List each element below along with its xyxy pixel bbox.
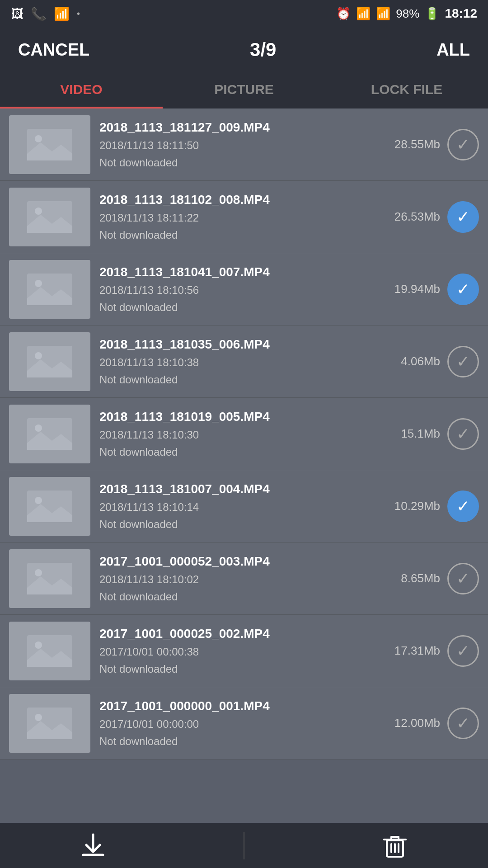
file-download-status: Not downloaded [99, 373, 377, 386]
file-download-status: Not downloaded [99, 590, 377, 603]
selection-count: 3/9 [250, 39, 276, 61]
tab-video[interactable]: VIDEO [0, 72, 163, 108]
file-size: 12.00Mb [386, 716, 440, 730]
file-name: 2018_1113_181102_008.MP4 [99, 193, 377, 207]
file-date: 2018/11/13 18:10:14 [99, 501, 377, 514]
file-size: 15.1Mb [386, 427, 440, 441]
file-name: 2018_1113_181127_009.MP4 [99, 120, 377, 135]
status-bar-left-icons: 🖼 📞 📶 • [11, 6, 80, 21]
file-date: 2017/10/01 00:00:38 [99, 646, 377, 658]
select-all-button[interactable]: ALL [436, 40, 470, 60]
file-download-status: Not downloaded [99, 446, 377, 458]
file-info: 2018_1113_181102_008.MP4 2018/11/13 18:1… [90, 193, 386, 241]
download-icon [80, 832, 107, 859]
file-select-checkbox[interactable]: ✓ [447, 129, 479, 160]
svg-point-5 [35, 280, 42, 287]
tab-lockfile[interactable]: LOCK FILE [325, 72, 488, 108]
list-item[interactable]: 2018_1113_181007_004.MP4 2018/11/13 18:1… [0, 470, 488, 542]
thumbnail-image-icon [27, 129, 72, 160]
file-info: 2018_1113_181019_005.MP4 2018/11/13 18:1… [90, 410, 386, 458]
file-select-checkbox[interactable]: ✓ [447, 635, 479, 667]
file-info: 2018_1113_181007_004.MP4 2018/11/13 18:1… [90, 482, 386, 531]
file-list: 2018_1113_181127_009.MP4 2018/11/13 18:1… [0, 108, 488, 823]
checkmark-icon: ✓ [456, 498, 470, 514]
checkmark-icon: ✓ [456, 354, 470, 370]
file-date: 2018/11/13 18:10:02 [99, 573, 377, 586]
file-info: 2018_1113_181035_006.MP4 2018/11/13 18:1… [90, 337, 386, 386]
file-date: 2018/11/13 18:11:50 [99, 139, 377, 152]
file-info: 2017_1001_000000_001.MP4 2017/10/01 00:0… [90, 699, 386, 748]
tab-picture[interactable]: PICTURE [163, 72, 325, 108]
list-item[interactable]: 2017_1001_000052_003.MP4 2018/11/13 18:1… [0, 542, 488, 615]
checkmark-icon: ✓ [456, 643, 470, 659]
file-thumbnail [9, 188, 90, 246]
list-item[interactable]: 2018_1113_181035_006.MP4 2018/11/13 18:1… [0, 326, 488, 398]
file-thumbnail [9, 622, 90, 680]
list-item[interactable]: 2018_1113_181102_008.MP4 2018/11/13 18:1… [0, 181, 488, 253]
file-name: 2018_1113_181041_007.MP4 [99, 265, 377, 279]
svg-point-17 [35, 714, 42, 721]
file-thumbnail [9, 477, 90, 536]
file-name: 2018_1113_181019_005.MP4 [99, 410, 377, 424]
file-select-checkbox[interactable]: ✓ [447, 201, 479, 233]
thumbnail-image-icon [27, 635, 72, 667]
file-date: 2018/11/13 18:10:56 [99, 284, 377, 297]
file-select-checkbox[interactable]: ✓ [447, 274, 479, 305]
list-item[interactable]: 2018_1113_181127_009.MP4 2018/11/13 18:1… [0, 108, 488, 181]
file-size: 10.29Mb [386, 499, 440, 513]
file-date: 2018/11/13 18:10:38 [99, 356, 377, 369]
file-download-status: Not downloaded [99, 735, 377, 748]
phone-icon: 📞 [31, 6, 47, 21]
file-select-checkbox[interactable]: ✓ [447, 708, 479, 739]
file-select-checkbox[interactable]: ✓ [447, 491, 479, 522]
file-download-status: Not downloaded [99, 663, 377, 675]
file-download-status: Not downloaded [99, 518, 377, 531]
status-bar: 🖼 📞 📶 • ⏰ 📶 📶 98% 🔋 18:12 [0, 0, 488, 27]
list-item[interactable]: 2018_1113_181019_005.MP4 2018/11/13 18:1… [0, 398, 488, 470]
svg-point-7 [35, 352, 42, 359]
file-info: 2017_1001_000052_003.MP4 2018/11/13 18:1… [90, 554, 386, 603]
svg-point-9 [35, 425, 42, 432]
wifi-icon: 📶 [54, 6, 70, 21]
file-size: 28.55Mb [386, 137, 440, 151]
list-item[interactable]: 2018_1113_181041_007.MP4 2018/11/13 18:1… [0, 253, 488, 326]
delete-icon [381, 832, 408, 859]
cancel-button[interactable]: CANCEL [18, 40, 89, 60]
checkmark-icon: ✓ [456, 426, 470, 442]
file-select-checkbox[interactable]: ✓ [447, 418, 479, 450]
thumbnail-image-icon [27, 274, 72, 305]
file-info: 2018_1113_181041_007.MP4 2018/11/13 18:1… [90, 265, 386, 314]
file-thumbnail [9, 332, 90, 391]
svg-point-3 [35, 208, 42, 215]
file-size: 26.53Mb [386, 210, 440, 224]
bottom-bar [0, 823, 488, 868]
file-select-checkbox[interactable]: ✓ [447, 346, 479, 377]
download-button[interactable] [57, 828, 129, 864]
file-date: 2018/11/13 18:10:30 [99, 429, 377, 441]
delete-button[interactable] [359, 828, 431, 864]
file-thumbnail [9, 115, 90, 174]
checkmark-icon: ✓ [456, 137, 470, 153]
checkmark-icon: ✓ [456, 281, 470, 297]
svg-point-15 [35, 642, 42, 649]
image-icon: 🖼 [11, 6, 23, 21]
file-download-status: Not downloaded [99, 156, 377, 169]
status-bar-right-icons: ⏰ 📶 📶 98% 🔋 18:12 [336, 6, 477, 21]
list-item[interactable]: 2017_1001_000025_002.MP4 2017/10/01 00:0… [0, 615, 488, 687]
file-name: 2017_1001_000052_003.MP4 [99, 554, 377, 569]
thumbnail-image-icon [27, 346, 72, 377]
file-name: 2018_1113_181035_006.MP4 [99, 337, 377, 352]
list-item[interactable]: 2017_1001_000000_001.MP4 2017/10/01 00:0… [0, 687, 488, 760]
alarm-icon: ⏰ [336, 7, 351, 21]
file-thumbnail [9, 260, 90, 319]
file-size: 17.31Mb [386, 644, 440, 658]
tab-bar: VIDEO PICTURE LOCK FILE [0, 72, 488, 108]
file-name: 2018_1113_181007_004.MP4 [99, 482, 377, 496]
wifi-signal-icon: 📶 [356, 7, 371, 21]
battery-icon: 🔋 [425, 7, 439, 21]
file-select-checkbox[interactable]: ✓ [447, 563, 479, 594]
battery-percent: 98% [396, 7, 419, 21]
file-thumbnail [9, 694, 90, 753]
file-name: 2017_1001_000000_001.MP4 [99, 699, 377, 713]
svg-point-13 [35, 569, 42, 576]
